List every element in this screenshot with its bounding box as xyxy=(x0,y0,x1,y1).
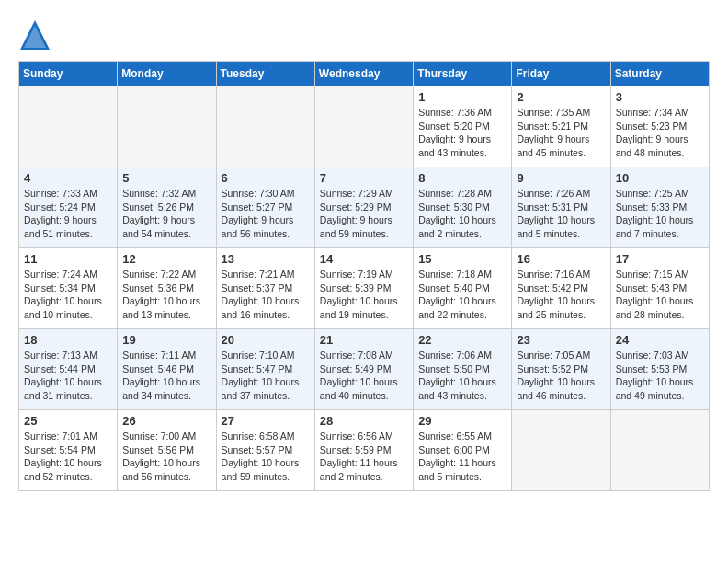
day-info: Sunrise: 7:19 AMSunset: 5:39 PMDaylight:… xyxy=(320,268,408,322)
calendar-cell: 12Sunrise: 7:22 AMSunset: 5:36 PMDayligh… xyxy=(118,248,216,329)
day-number: 20 xyxy=(222,333,310,347)
day-number: 14 xyxy=(320,252,408,266)
day-of-week-header: Saturday xyxy=(610,62,709,86)
calendar-cell: 3Sunrise: 7:34 AMSunset: 5:23 PMDaylight… xyxy=(610,86,709,167)
day-number: 8 xyxy=(418,171,506,185)
day-number: 17 xyxy=(616,252,704,266)
calendar-cell: 1Sunrise: 7:36 AMSunset: 5:20 PMDaylight… xyxy=(414,86,512,167)
day-info: Sunrise: 7:28 AMSunset: 5:30 PMDaylight:… xyxy=(418,187,506,241)
day-info: Sunrise: 7:08 AMSunset: 5:49 PMDaylight:… xyxy=(320,349,408,403)
calendar-cell: 20Sunrise: 7:10 AMSunset: 5:47 PMDayligh… xyxy=(216,329,314,410)
calendar-cell: 7Sunrise: 7:29 AMSunset: 5:29 PMDaylight… xyxy=(314,167,413,248)
day-number: 15 xyxy=(418,252,506,266)
logo xyxy=(18,18,55,52)
day-number: 6 xyxy=(222,171,310,185)
calendar-cell: 2Sunrise: 7:35 AMSunset: 5:21 PMDaylight… xyxy=(512,86,610,167)
day-number: 29 xyxy=(418,414,506,428)
day-info: Sunrise: 7:05 AMSunset: 5:52 PMDaylight:… xyxy=(517,349,605,403)
day-info: Sunrise: 7:30 AMSunset: 5:27 PMDaylight:… xyxy=(222,187,310,241)
day-info: Sunrise: 7:24 AMSunset: 5:34 PMDaylight:… xyxy=(24,268,112,322)
day-info: Sunrise: 7:29 AMSunset: 5:29 PMDaylight:… xyxy=(320,187,408,241)
calendar-cell: 13Sunrise: 7:21 AMSunset: 5:37 PMDayligh… xyxy=(216,248,314,329)
day-number: 16 xyxy=(517,252,605,266)
day-info: Sunrise: 7:15 AMSunset: 5:43 PMDaylight:… xyxy=(616,268,704,322)
day-of-week-header: Tuesday xyxy=(216,62,314,86)
calendar-cell: 24Sunrise: 7:03 AMSunset: 5:53 PMDayligh… xyxy=(610,329,709,410)
day-info: Sunrise: 7:33 AMSunset: 5:24 PMDaylight:… xyxy=(24,187,112,241)
calendar-cell: 11Sunrise: 7:24 AMSunset: 5:34 PMDayligh… xyxy=(19,248,118,329)
calendar-cell xyxy=(610,410,709,491)
day-info: Sunrise: 7:13 AMSunset: 5:44 PMDaylight:… xyxy=(24,349,112,403)
day-info: Sunrise: 6:56 AMSunset: 5:59 PMDaylight:… xyxy=(320,430,408,484)
calendar-cell: 25Sunrise: 7:01 AMSunset: 5:54 PMDayligh… xyxy=(19,410,118,491)
calendar-cell xyxy=(314,86,413,167)
calendar-week-row: 1Sunrise: 7:36 AMSunset: 5:20 PMDaylight… xyxy=(19,86,710,167)
calendar-cell: 6Sunrise: 7:30 AMSunset: 5:27 PMDaylight… xyxy=(216,167,314,248)
day-info: Sunrise: 7:26 AMSunset: 5:31 PMDaylight:… xyxy=(517,187,605,241)
calendar-cell: 26Sunrise: 7:00 AMSunset: 5:56 PMDayligh… xyxy=(118,410,216,491)
calendar-cell: 28Sunrise: 6:56 AMSunset: 5:59 PMDayligh… xyxy=(314,410,413,491)
day-number: 25 xyxy=(24,414,112,428)
calendar-cell xyxy=(216,86,314,167)
day-of-week-header: Sunday xyxy=(19,62,118,86)
calendar-table: SundayMondayTuesdayWednesdayThursdayFrid… xyxy=(18,61,710,491)
day-info: Sunrise: 7:11 AMSunset: 5:46 PMDaylight:… xyxy=(122,349,210,403)
day-number: 4 xyxy=(24,171,112,185)
calendar-cell: 14Sunrise: 7:19 AMSunset: 5:39 PMDayligh… xyxy=(314,248,413,329)
calendar-cell xyxy=(19,86,118,167)
calendar-cell: 21Sunrise: 7:08 AMSunset: 5:49 PMDayligh… xyxy=(314,329,413,410)
calendar-cell: 4Sunrise: 7:33 AMSunset: 5:24 PMDaylight… xyxy=(19,167,118,248)
day-number: 27 xyxy=(222,414,310,428)
day-info: Sunrise: 7:32 AMSunset: 5:26 PMDaylight:… xyxy=(122,187,210,241)
day-info: Sunrise: 7:16 AMSunset: 5:42 PMDaylight:… xyxy=(517,268,605,322)
day-number: 19 xyxy=(122,333,210,347)
logo-icon xyxy=(18,18,51,52)
calendar-week-row: 25Sunrise: 7:01 AMSunset: 5:54 PMDayligh… xyxy=(19,410,710,491)
calendar-week-row: 18Sunrise: 7:13 AMSunset: 5:44 PMDayligh… xyxy=(19,329,710,410)
calendar-cell: 19Sunrise: 7:11 AMSunset: 5:46 PMDayligh… xyxy=(118,329,216,410)
calendar-cell: 10Sunrise: 7:25 AMSunset: 5:33 PMDayligh… xyxy=(610,167,709,248)
day-info: Sunrise: 7:34 AMSunset: 5:23 PMDaylight:… xyxy=(616,106,704,160)
day-number: 12 xyxy=(122,252,210,266)
calendar-cell: 15Sunrise: 7:18 AMSunset: 5:40 PMDayligh… xyxy=(414,248,512,329)
day-number: 3 xyxy=(616,90,704,104)
calendar-cell: 5Sunrise: 7:32 AMSunset: 5:26 PMDaylight… xyxy=(118,167,216,248)
calendar-header-row: SundayMondayTuesdayWednesdayThursdayFrid… xyxy=(19,62,710,86)
day-info: Sunrise: 7:36 AMSunset: 5:20 PMDaylight:… xyxy=(418,106,506,160)
day-of-week-header: Thursday xyxy=(414,62,512,86)
calendar-cell: 17Sunrise: 7:15 AMSunset: 5:43 PMDayligh… xyxy=(610,248,709,329)
day-number: 1 xyxy=(418,90,506,104)
day-info: Sunrise: 7:00 AMSunset: 5:56 PMDaylight:… xyxy=(122,430,210,484)
day-number: 23 xyxy=(517,333,605,347)
day-info: Sunrise: 7:01 AMSunset: 5:54 PMDaylight:… xyxy=(24,430,112,484)
day-number: 13 xyxy=(222,252,310,266)
calendar-cell xyxy=(118,86,216,167)
day-number: 11 xyxy=(24,252,112,266)
day-number: 21 xyxy=(320,333,408,347)
day-number: 10 xyxy=(616,171,704,185)
day-number: 22 xyxy=(418,333,506,347)
day-number: 24 xyxy=(616,333,704,347)
calendar-cell: 9Sunrise: 7:26 AMSunset: 5:31 PMDaylight… xyxy=(512,167,610,248)
day-info: Sunrise: 7:06 AMSunset: 5:50 PMDaylight:… xyxy=(418,349,506,403)
day-info: Sunrise: 6:55 AMSunset: 6:00 PMDaylight:… xyxy=(418,430,506,484)
day-info: Sunrise: 6:58 AMSunset: 5:57 PMDaylight:… xyxy=(222,430,310,484)
day-info: Sunrise: 7:10 AMSunset: 5:47 PMDaylight:… xyxy=(222,349,310,403)
day-info: Sunrise: 7:21 AMSunset: 5:37 PMDaylight:… xyxy=(222,268,310,322)
day-number: 2 xyxy=(517,90,605,104)
calendar-cell: 18Sunrise: 7:13 AMSunset: 5:44 PMDayligh… xyxy=(19,329,118,410)
day-number: 26 xyxy=(122,414,210,428)
calendar-cell: 29Sunrise: 6:55 AMSunset: 6:00 PMDayligh… xyxy=(414,410,512,491)
day-number: 28 xyxy=(320,414,408,428)
day-info: Sunrise: 7:25 AMSunset: 5:33 PMDaylight:… xyxy=(616,187,704,241)
day-of-week-header: Monday xyxy=(118,62,216,86)
calendar-week-row: 4Sunrise: 7:33 AMSunset: 5:24 PMDaylight… xyxy=(19,167,710,248)
calendar-cell: 27Sunrise: 6:58 AMSunset: 5:57 PMDayligh… xyxy=(216,410,314,491)
calendar-cell: 16Sunrise: 7:16 AMSunset: 5:42 PMDayligh… xyxy=(512,248,610,329)
day-number: 18 xyxy=(24,333,112,347)
day-of-week-header: Friday xyxy=(512,62,610,86)
calendar-cell: 8Sunrise: 7:28 AMSunset: 5:30 PMDaylight… xyxy=(414,167,512,248)
calendar-week-row: 11Sunrise: 7:24 AMSunset: 5:34 PMDayligh… xyxy=(19,248,710,329)
day-info: Sunrise: 7:03 AMSunset: 5:53 PMDaylight:… xyxy=(616,349,704,403)
calendar-cell: 23Sunrise: 7:05 AMSunset: 5:52 PMDayligh… xyxy=(512,329,610,410)
